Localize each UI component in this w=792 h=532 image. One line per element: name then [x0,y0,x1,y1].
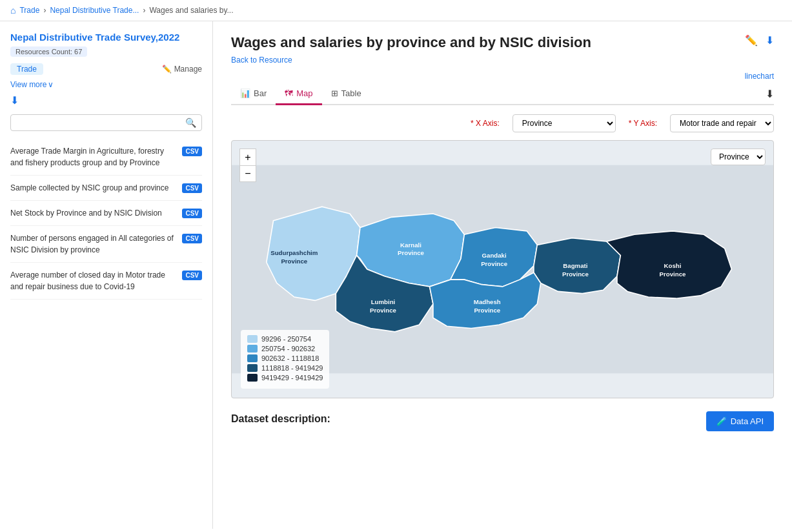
csv-badge: CSV [182,234,202,243]
legend-range: 9419429 - 9419429 [261,374,323,382]
legend-item: 250754 - 902632 [247,345,323,353]
manage-button[interactable]: ✏️ Manage [162,65,202,74]
flask-icon: 🧪 [716,416,727,426]
axis-row: * X Axis: Province * Y Axis: Motor trade… [231,114,774,132]
sidebar-item[interactable]: Sample collected by NSIC group and provi… [10,176,202,201]
svg-text:Province: Province [562,271,589,278]
back-to-resource-link[interactable]: Back to Resource [231,56,292,65]
zoom-out-button[interactable]: − [239,165,256,182]
download-icon[interactable]: ⬇ [766,34,774,46]
csv-badge: CSV [182,147,202,156]
sidebar-item[interactable]: Average number of closed day in Motor tr… [10,263,202,300]
tab-map[interactable]: 🗺 Map [276,83,321,105]
sidebar-item[interactable]: Net Stock by Province and by NSIC Divisi… [10,201,202,226]
trade-tag[interactable]: Trade [10,63,43,75]
sidebar-item[interactable]: Average Trade Margin in Agriculture, for… [10,139,202,176]
legend-color [247,364,258,372]
legend-item: 902632 - 1118818 [247,354,323,362]
legend-range: 250754 - 902632 [261,345,315,353]
y-axis-select[interactable]: Motor trade and repair [670,114,774,132]
map-region-select[interactable]: Province [711,148,766,165]
svg-text:Lumbini: Lumbini [371,298,396,305]
view-more-button[interactable]: View more ∨ [10,80,202,89]
legend-range: 1118818 - 9419429 [261,364,323,372]
sidebar-item-text: Net Stock by Province and by NSIC Divisi… [10,207,177,219]
legend-item: 9419429 - 9419429 [247,374,323,382]
search-input[interactable] [16,118,185,127]
search-box: 🔍 [10,114,202,131]
tab-bar[interactable]: 📊 Bar [231,83,276,105]
zoom-controls: + − [239,148,256,182]
zoom-in-button[interactable]: + [239,148,256,165]
sidebar-item-text: Sample collected by NSIC group and provi… [10,182,177,194]
edit-icon: ✏️ [162,65,172,74]
tab-download-icon[interactable]: ⬇ [766,88,774,100]
svg-text:Koshi: Koshi [664,262,682,269]
x-axis-select[interactable]: Province [513,114,616,132]
x-axis-label: * X Axis: [471,119,500,128]
legend-range: 902632 - 1118818 [261,354,319,362]
svg-text:Province: Province [398,249,424,256]
dataset-title: Dataset description: [231,413,330,425]
svg-text:Gandaki: Gandaki [482,252,507,259]
legend-range: 99296 - 250754 [261,335,311,343]
sidebar-item-text: Average Trade Margin in Agriculture, for… [10,145,177,169]
sidebar-title: Nepal Distributive Trade Survey,2022 [10,32,202,43]
chevron-down-icon: ∨ [48,80,54,89]
sidebar-item-text: Number of persons engaged in All categor… [10,232,177,256]
svg-text:Madhesh: Madhesh [474,298,501,305]
legend-item: 1118818 - 9419429 [247,364,323,372]
legend-color [247,345,258,353]
edit-icon[interactable]: ✏️ [745,34,758,46]
bar-chart-icon: 📊 [240,88,250,98]
csv-badge: CSV [182,183,202,193]
main-layout: Nepal Distributive Trade Survey,2022 Res… [0,21,792,529]
sidebar-item[interactable]: Number of persons engaged in All categor… [10,226,202,263]
map-legend: 99296 - 250754 250754 - 902632 902632 - … [241,330,329,389]
csv-badge: CSV [182,209,202,218]
map-container: + − Province Sudurpashchim Province Karn… [231,140,774,398]
search-icon[interactable]: 🔍 [185,118,196,128]
resources-count: Resources Count: 67 [10,46,87,57]
sidebar-download-icon[interactable]: ⬇ [10,94,202,107]
sidebar-items-list: Average Trade Margin in Agriculture, for… [10,139,202,300]
svg-text:Province: Province [481,260,507,267]
tabs: 📊 Bar 🗺 Map ⊞ Table [231,83,371,104]
y-axis-label: * Y Axis: [629,119,657,128]
svg-text:Sudurpashchim: Sudurpashchim [270,249,318,256]
legend-item: 99296 - 250754 [247,335,323,343]
linechart-link[interactable]: linechart [745,72,774,81]
svg-text:Province: Province [370,307,396,314]
legend-color [247,354,258,362]
legend-color [247,335,258,343]
content-header: Wages and salaries by province and by NS… [231,34,774,51]
header-icons: ✏️ ⬇ [745,34,774,46]
table-icon: ⊞ [331,88,338,98]
sidebar: Nepal Distributive Trade Survey,2022 Res… [0,21,213,529]
svg-text:Province: Province [281,258,307,265]
svg-text:Province: Province [474,307,500,314]
breadcrumb-current: Wages and salaries by... [149,6,233,15]
csv-badge: CSV [182,271,202,280]
tabs-row: 📊 Bar 🗺 Map ⊞ Table ⬇ [231,83,774,105]
svg-text:Province: Province [660,271,686,278]
breadcrumb-survey[interactable]: Nepal Distributive Trade... [50,6,139,15]
svg-text:Bagmati: Bagmati [563,262,587,269]
breadcrumb: ⌂ Trade › Nepal Distributive Trade... › … [0,0,792,21]
data-api-button[interactable]: 🧪 Data API [706,411,774,431]
home-icon[interactable]: ⌂ [10,5,15,15]
tab-table[interactable]: ⊞ Table [322,83,371,105]
sidebar-item-text: Average number of closed day in Motor tr… [10,269,177,292]
tag-row: Trade ✏️ Manage [10,63,202,75]
map-icon: 🗺 [285,88,293,98]
svg-text:Karnali: Karnali [400,241,421,249]
dataset-section: Dataset description: 🧪 Data API [231,411,774,431]
content-area: Wages and salaries by province and by NS… [213,21,792,529]
page-title: Wages and salaries by province and by NS… [231,34,591,51]
breadcrumb-trade[interactable]: Trade [19,6,39,15]
legend-color [247,374,258,382]
